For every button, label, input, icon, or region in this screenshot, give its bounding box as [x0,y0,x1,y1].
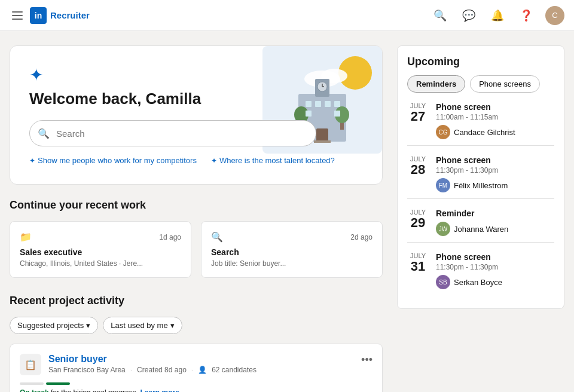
svg-rect-19 [316,128,328,142]
divider-1 [407,198,554,199]
ai-suggestions: ✦ Show me people who work for my competi… [29,156,363,165]
search-button[interactable]: 🔍 [430,6,450,25]
tab-phone-screens[interactable]: Phone screens [470,75,540,93]
work-card-time-1: 2d ago [350,233,373,241]
event-detail-3: Phone screen 11:30pm - 11:30pm SB Serkan… [436,252,554,289]
event-group-0: July 27 Phone screen 11:00am - 11:15am C… [407,102,554,146]
progress-segment-green [46,382,70,385]
svg-rect-20 [314,140,331,143]
upcoming-card: Upcoming Reminders Phone screens July 27 [397,45,564,309]
svg-rect-13 [306,101,312,107]
event-avatar-2: JW [436,222,450,236]
divider-2 [407,242,554,243]
svg-rect-14 [315,101,321,107]
work-card-sub-1: Job title: Senior buyer... [211,259,373,268]
progress-segment-gray [20,382,44,385]
recent-work-cards: 📁 1d ago Sales executive Chicago, Illino… [10,221,383,278]
event-date-0: July 27 [407,102,429,139]
project-activity-section: Recent project activity Suggested projec… [10,295,383,392]
navbar: in Recruiter 🔍 💬 🔔 ❓ C [0,0,574,31]
project-card: 📋 Senior buyer San Francisco Bay Area · … [10,344,383,392]
svg-rect-18 [334,111,340,117]
recent-work-section: Continue your recent work 📁 1d ago Sales… [10,199,383,278]
event-date-1: July 28 [407,155,429,192]
event-group-1: July 28 Phone screen 11:30pm - 11:30pm F… [407,155,554,199]
work-card-time-0: 1d ago [159,233,181,241]
hamburger-menu[interactable] [10,9,25,22]
user-avatar[interactable]: C [545,6,564,25]
last-used-filter[interactable]: Last used by me ▾ [103,317,182,334]
work-card-title-0: Sales executive [20,247,181,257]
chevron-down-icon-suggested: ▾ [86,321,90,330]
message-button[interactable]: 💬 [459,6,478,25]
divider-0 [407,145,554,146]
event-group-2: July 29 Reminder JW Johanna Waren [407,209,554,243]
recent-work-title: Continue your recent work [10,199,383,212]
main-search-input[interactable] [29,120,316,146]
search-icon: 🔍 [433,9,447,22]
event-detail-0: Phone screen 11:00am - 11:15am CG Candac… [436,102,554,139]
work-card-icon-1: 🔍 [211,231,223,243]
work-card-1[interactable]: 🔍 2d ago Search Job title: Senior buyer.… [201,221,383,278]
project-card-header: 📋 Senior buyer San Francisco Bay Area · … [20,354,373,375]
event-detail-2: Reminder JW Johanna Waren [436,209,554,236]
notification-button[interactable]: 🔔 [488,6,507,25]
work-card-sub-0: Chicago, Illinois, United States · Jere.… [20,259,181,268]
svg-rect-15 [325,101,331,107]
event-person-1: FM Félix Millestrom [436,178,554,192]
work-card-title-1: Search [211,247,373,257]
project-meta: San Francisco Bay Area · Created 8d ago … [48,366,354,374]
event-date-2: July 29 [407,209,429,236]
candidates-icon: 👤 [198,366,207,374]
project-activity-title: Recent project activity [10,295,383,307]
hero-card: ✦ Welcome back, Camilla 🔍 ✦ Show me peop… [10,45,383,185]
suggested-projects-filter[interactable]: Suggested projects ▾ [10,317,98,334]
event-avatar-1: FM [436,178,450,192]
project-more-button[interactable]: ••• [361,354,373,366]
upcoming-title: Upcoming [407,56,554,68]
sidebar: Upcoming Reminders Phone screens July 27 [397,45,564,392]
help-button[interactable]: ❓ [517,6,536,25]
content-area: ✦ Welcome back, Camilla 🔍 ✦ Show me peop… [10,45,383,392]
event-date-3: July 31 [407,252,429,289]
svg-rect-16 [334,101,340,107]
progress-row: On track for the hiring goal progress. L… [20,382,373,392]
svg-rect-17 [306,111,312,117]
ai-star-icon-2: ✦ [211,157,217,165]
project-folder-icon: 📋 [20,354,41,375]
project-info: Senior buyer San Francisco Bay Area · Cr… [48,354,354,374]
work-card-icon-0: 📁 [20,231,32,243]
filter-row: Suggested projects ▾ Last used by me ▾ [10,317,383,334]
event-person-2: JW Johanna Waren [436,222,554,236]
learn-more-link[interactable]: Learn more [140,388,179,392]
chevron-down-icon-lastused: ▾ [170,321,175,330]
project-title[interactable]: Senior buyer [48,354,354,365]
linkedin-logo[interactable]: in Recruiter [30,7,90,24]
upcoming-tabs: Reminders Phone screens [407,75,554,93]
bell-icon: 🔔 [491,9,504,22]
ai-star-icon-1: ✦ [29,157,35,165]
work-card-0[interactable]: 📁 1d ago Sales executive Chicago, Illino… [10,221,191,278]
tab-reminders[interactable]: Reminders [407,75,465,93]
main-container: ✦ Welcome back, Camilla 🔍 ✦ Show me peop… [0,31,574,392]
li-icon: in [30,7,47,24]
message-icon: 💬 [462,9,475,22]
event-group-3: July 31 Phone screen 11:30pm - 11:30pm S… [407,252,554,289]
event-avatar-3: SB [436,275,450,289]
progress-text: On track for the hiring goal progress. L… [20,388,373,392]
search-wrapper: 🔍 [29,120,316,146]
event-person-3: SB Serkan Boyce [436,275,554,289]
suggestion-2-button[interactable]: ✦ Where is the most talent located? [211,156,335,165]
event-detail-1: Phone screen 11:30pm - 11:30pm FM Félix … [436,155,554,192]
progress-bar [20,382,373,385]
help-icon: ❓ [520,9,533,22]
suggestion-1-button[interactable]: ✦ Show me people who work for my competi… [29,156,197,165]
event-avatar-0: CG [436,125,450,139]
event-person-0: CG Candace Gilchrist [436,125,554,139]
